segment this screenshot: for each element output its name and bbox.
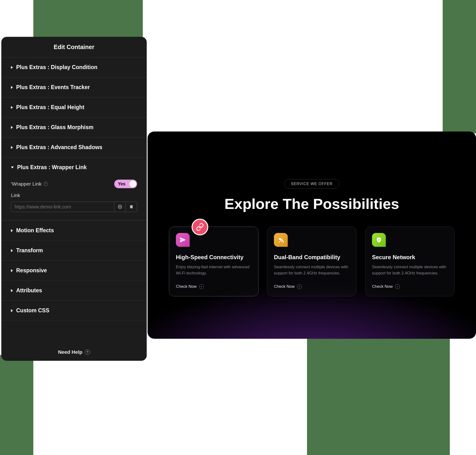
wrapper-link-body: 'Wrapper Link ? Yes Link (1, 177, 147, 220)
card-cta[interactable]: Check Now (274, 284, 350, 289)
section-label: Plus Extras : Display Condition (16, 64, 97, 71)
card-icon (372, 233, 386, 247)
wrapper-link-badge (192, 219, 208, 235)
card-cta[interactable]: Check Now (176, 284, 252, 289)
caret-right-icon (11, 146, 13, 149)
section-display-condition[interactable]: Plus Extras : Display Condition (1, 57, 147, 77)
section-label: Plus Extras : Events Tracker (16, 84, 90, 90)
caret-right-icon (11, 249, 13, 252)
caret-right-icon (11, 289, 13, 292)
section-label: Plus Extras : Advanced Shadows (16, 144, 102, 151)
paper-plane-icon (179, 236, 186, 243)
caret-right-icon (11, 86, 13, 89)
card-cta[interactable]: Check Now (372, 284, 448, 289)
section-wrapper-link[interactable]: Plus Extras : Wrapper Link (1, 157, 147, 177)
section-label: Plus Extras : Glass Morphism (16, 124, 94, 130)
caret-right-icon (11, 66, 13, 69)
section-label: Attributes (16, 287, 42, 294)
section-motion-effects[interactable]: Motion Effects (1, 220, 147, 241)
card-desc: Seamlessly connect multiple devices with… (372, 264, 448, 276)
chevron-right-icon (395, 284, 400, 289)
bg-decor-top-right (443, 0, 476, 133)
section-label: Motion Effects (16, 227, 54, 234)
toggle-knob (129, 181, 136, 187)
caret-right-icon (11, 126, 13, 129)
section-attributes[interactable]: Attributes (1, 281, 147, 301)
section-label: Responsive (16, 267, 47, 274)
card-dual-band[interactable]: Dual-Band Compatibility Seamlessly conne… (267, 227, 357, 296)
link-url-input[interactable] (11, 202, 114, 212)
cta-label: Check Now (274, 284, 295, 289)
link-settings-button[interactable] (114, 202, 126, 212)
section-label: Plus Extras : Equal Height (16, 104, 84, 111)
panel-title: Edit Container (1, 37, 147, 57)
bg-decor-bottom-right (307, 336, 450, 455)
bg-decor-bottom-left (0, 355, 33, 455)
section-custom-css[interactable]: Custom CSS (1, 301, 147, 321)
svg-point-0 (119, 206, 120, 207)
toggle-value: Yes (118, 181, 126, 187)
section-label: Custom CSS (16, 307, 49, 314)
section-events-tracker[interactable]: Plus Extras : Events Tracker (1, 77, 147, 97)
section-advanced-shadows[interactable]: Plus Extras : Advanced Shadows (1, 137, 147, 157)
section-responsive[interactable]: Responsive (1, 261, 147, 281)
section-label: Transform (16, 247, 43, 254)
link-input-row (11, 202, 137, 212)
need-help-link[interactable]: Need Help ? (1, 349, 147, 355)
link-field-label: Link (11, 193, 137, 198)
card-desc: Seamlessly connect multiple devices with… (274, 264, 350, 276)
card-title: Secure Network (372, 254, 448, 261)
card-high-speed[interactable]: High-Speed Connectivity Enjoy blazing-fa… (169, 227, 258, 296)
hero-title: Explore The Possibilities (169, 195, 455, 212)
card-secure-network[interactable]: Secure Network Seamlessly connect multip… (365, 227, 455, 296)
cards-row: High-Speed Connectivity Enjoy blazing-fa… (169, 227, 455, 296)
chevron-right-icon (199, 284, 204, 289)
chevron-right-icon (297, 284, 302, 289)
section-glass-morphism[interactable]: Plus Extras : Glass Morphism (1, 117, 147, 137)
caret-right-icon (11, 229, 13, 232)
card-title: High-Speed Connectivity (176, 254, 252, 261)
caret-right-icon (11, 106, 13, 109)
link-icon (196, 223, 204, 231)
section-transform[interactable]: Transform (1, 241, 147, 261)
toggle-label-text: 'Wrapper Link (11, 181, 42, 187)
service-pill: SERVICE WE OFFER (284, 179, 340, 189)
need-help-label: Need Help (58, 349, 83, 355)
caret-right-icon (11, 309, 13, 312)
section-equal-height[interactable]: Plus Extras : Equal Height (1, 97, 147, 117)
caret-down-icon (11, 167, 14, 168)
database-icon (129, 205, 133, 209)
cta-label: Check Now (176, 284, 197, 289)
bg-decor-top-left (33, 0, 143, 41)
help-icon: ? (85, 349, 90, 355)
link-dynamic-button[interactable] (126, 202, 137, 212)
section-label: Plus Extras : Wrapper Link (17, 164, 87, 171)
wrapper-link-toggle-row: 'Wrapper Link ? Yes (11, 177, 137, 193)
shield-check-icon (376, 237, 382, 243)
card-icon (274, 233, 288, 247)
caret-right-icon (11, 269, 13, 272)
wrapper-link-toggle-label: 'Wrapper Link ? (11, 181, 48, 187)
gear-icon (118, 205, 122, 209)
wrapper-link-toggle[interactable]: Yes (114, 180, 137, 188)
edit-container-panel: Edit Container Plus Extras : Display Con… (1, 37, 147, 361)
card-desc: Enjoy blazing-fast internet with advance… (176, 264, 252, 276)
cta-label: Check Now (372, 284, 393, 289)
info-icon[interactable]: ? (44, 182, 48, 186)
preview-canvas: SERVICE WE OFFER Explore The Possibiliti… (148, 131, 476, 339)
card-icon (176, 233, 190, 247)
rss-icon (278, 237, 284, 243)
card-title: Dual-Band Compatibility (274, 254, 350, 261)
